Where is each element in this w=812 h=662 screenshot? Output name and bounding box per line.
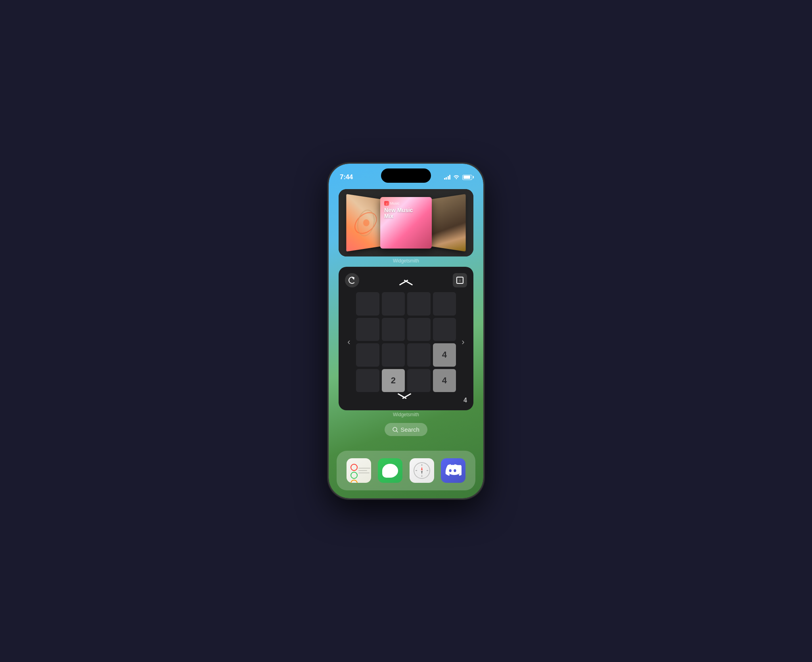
music-widget-label: Widgetsmith [393,258,419,264]
album-mix-label: Mix [384,213,393,219]
download-icon [456,277,463,284]
svg-line-4 [396,431,398,432]
svg-marker-11 [421,467,423,471]
score-display: 4 [463,397,467,404]
svg-point-2 [363,219,370,227]
battery-icon [462,175,472,180]
tile-0-3 [433,292,456,316]
album-right [429,194,466,251]
tile-2-3: 4 [433,343,456,367]
reset-button[interactable] [345,273,359,287]
album-left [346,194,383,251]
tile-0-2 [407,292,431,316]
tile-0-1 [382,292,405,316]
wifi-icon [453,174,460,180]
album-center: ♪ Music New Music Mix [380,197,432,249]
svg-marker-12 [421,471,423,474]
phone-device: 7:44 [329,164,483,498]
chevron-up-container [359,278,453,283]
album-container: ♪ Music New Music Mix [339,189,473,256]
game-grid-wrapper: ‹ [345,292,467,392]
app-discord[interactable] [441,458,465,483]
game-header [345,273,467,287]
chevron-up-icon[interactable] [398,278,414,283]
tile-3-3: 4 [433,369,456,392]
messages-icon [382,464,398,478]
left-arrow[interactable]: ‹ [345,337,353,347]
search-icon [393,427,398,432]
music-label: Music [390,201,400,205]
chevron-down-icon[interactable] [396,398,412,403]
app-messages[interactable] [378,458,402,483]
game-grid: 4 2 4 [356,292,456,392]
game-widget-label: Widgetsmith [393,412,419,417]
chevron-down-container [345,398,463,403]
notes-icon [347,458,371,483]
download-button[interactable] [453,273,467,287]
signal-bars-icon [444,175,451,180]
dock [337,451,475,490]
status-icons [444,174,473,180]
music-widget[interactable]: ♪ Music New Music Mix [339,189,473,256]
safari-icon [413,462,431,479]
tile-2-2 [407,343,431,367]
screen: 7:44 [329,164,483,498]
content-area: ♪ Music New Music Mix [329,185,483,498]
tile-3-0 [356,369,379,392]
tile-1-0 [356,318,379,341]
apple-music-logo: ♪ Music [384,201,400,206]
discord-icon [445,464,462,477]
tile-2-1 [382,343,405,367]
status-time: 7:44 [340,173,353,181]
search-button[interactable]: Search [385,423,427,436]
rotate-icon [349,277,356,284]
app-notes[interactable] [347,458,371,483]
tile-2-0 [356,343,379,367]
search-label: Search [400,426,419,433]
tile-1-2 [407,318,431,341]
tile-1-3 [433,318,456,341]
game-widget[interactable]: ‹ [339,267,473,410]
tile-1-1 [382,318,405,341]
dynamic-island [381,168,431,183]
game-footer: 4 [345,397,467,404]
app-safari[interactable] [410,458,434,483]
tile-3-1: 2 [382,369,405,392]
tile-3-2 [407,369,431,392]
tile-0-0 [356,292,379,316]
music-widget-inner: ♪ Music New Music Mix [339,189,473,256]
right-arrow[interactable]: › [459,337,467,347]
